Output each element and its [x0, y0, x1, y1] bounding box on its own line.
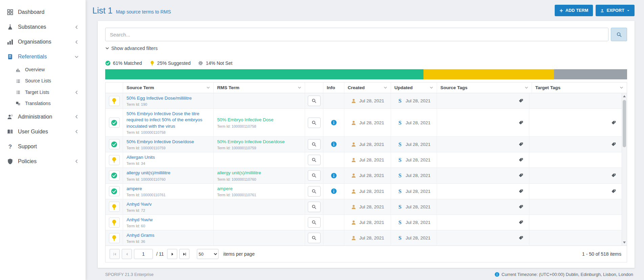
- rms-term-id: Term Id: 100000110759: [217, 146, 301, 150]
- source-term-link[interactable]: ampere: [127, 186, 210, 192]
- legend-matched: 61% Matched: [105, 60, 142, 66]
- page-size-select[interactable]: 50: [197, 249, 218, 259]
- source-term-link[interactable]: 50% Embryo Infective Dose/dose: [127, 139, 210, 145]
- status-button[interactable]: [109, 202, 120, 212]
- column-header-target-tags[interactable]: Target Tags: [532, 82, 627, 93]
- sidebar-item-substances[interactable]: Substances: [0, 20, 86, 34]
- source-tag-icon[interactable]: [519, 120, 524, 125]
- rms-term-link[interactable]: ampere: [217, 186, 301, 192]
- column-header-created[interactable]: Created: [344, 82, 391, 93]
- target-tag-icon[interactable]: [611, 142, 616, 147]
- source-tag-icon[interactable]: [519, 235, 524, 240]
- user-avatar-icon: [351, 120, 356, 126]
- sidebar-item-overview[interactable]: Overview: [0, 64, 86, 75]
- target-tag-icon[interactable]: [611, 120, 616, 125]
- page-number-input[interactable]: [134, 249, 153, 259]
- column-header-source-term[interactable]: Source Term: [123, 82, 214, 93]
- scroll-down-icon[interactable]: [622, 240, 627, 245]
- scrollbar-thumb[interactable]: [623, 100, 626, 147]
- prev-page-button[interactable]: [122, 249, 132, 259]
- row-search-button[interactable]: [308, 155, 321, 165]
- source-tag-icon[interactable]: [519, 173, 524, 178]
- source-term-link[interactable]: Allergan Units: [127, 154, 210, 160]
- sidebar-item-translations[interactable]: Translations: [0, 98, 86, 109]
- sidebar-item-administration[interactable]: Administration: [0, 109, 86, 124]
- vertical-scrollbar[interactable]: [622, 93, 627, 246]
- info-icon[interactable]: [331, 173, 337, 179]
- sidebar-item-source-lists[interactable]: Source Lists: [0, 75, 86, 86]
- source-term-id: Term Id: 100000110761: [127, 193, 210, 197]
- search-input[interactable]: [105, 28, 608, 41]
- row-search-button[interactable]: [308, 186, 321, 197]
- source-term-link[interactable]: 50% Embryo Infective Dose the titre requ…: [127, 111, 210, 129]
- source-term-link[interactable]: 50% Egg Infective Dose/millilitre: [127, 95, 210, 101]
- status-button[interactable]: [109, 96, 120, 106]
- rms-term-link[interactable]: 50% Embryo Infective Dose/dose: [217, 139, 301, 145]
- source-tag-icon[interactable]: [519, 157, 524, 162]
- column-menu-icon[interactable]: [206, 86, 210, 90]
- status-button[interactable]: [109, 186, 120, 196]
- magnifier-icon: [616, 32, 622, 37]
- first-page-button[interactable]: [110, 249, 120, 259]
- column-menu-icon[interactable]: [620, 86, 623, 90]
- created-date: Jul 28, 2021: [359, 157, 384, 162]
- source-term-link[interactable]: Anhyd %w/v: [127, 201, 210, 207]
- timezone-info: Current Timezone: (UTC+00:00) Dublin, Ed…: [495, 272, 633, 277]
- row-search-button[interactable]: [308, 217, 321, 228]
- column-menu-icon[interactable]: [298, 86, 301, 90]
- rms-term-link[interactable]: 50% Embryo Infective Dose: [217, 117, 301, 123]
- column-header-updated[interactable]: Updated: [391, 82, 437, 93]
- status-button[interactable]: [109, 171, 120, 181]
- sidebar-item-policies[interactable]: Policies: [0, 154, 86, 169]
- add-term-button[interactable]: ADD TERM: [555, 5, 593, 16]
- status-button[interactable]: [109, 218, 120, 228]
- next-page-button[interactable]: [167, 249, 177, 259]
- info-icon[interactable]: [331, 188, 337, 194]
- created-date: Jul 28, 2021: [359, 204, 384, 209]
- status-button[interactable]: [109, 155, 120, 165]
- source-tag-icon[interactable]: [519, 189, 524, 194]
- target-tag-icon[interactable]: [611, 189, 616, 194]
- source-term-link[interactable]: Anhyd %w/w: [127, 217, 210, 223]
- row-search-button[interactable]: [308, 139, 321, 150]
- source-tag-icon[interactable]: [519, 204, 524, 209]
- export-button[interactable]: EXPORT: [596, 5, 635, 16]
- status-button[interactable]: [109, 233, 120, 243]
- row-search-button[interactable]: [308, 170, 321, 181]
- advanced-filters-toggle[interactable]: Show advanced filters: [105, 46, 158, 51]
- table-row: ampere Term Id: 100000110761 ampere Term…: [106, 184, 622, 199]
- chevron-down-icon: [105, 46, 109, 50]
- column-menu-icon[interactable]: [430, 86, 433, 90]
- row-search-button[interactable]: [308, 202, 321, 212]
- sidebar-item-user-guides[interactable]: User Guides: [0, 124, 86, 139]
- info-icon[interactable]: [331, 120, 337, 126]
- search-button[interactable]: [611, 28, 627, 41]
- first-page-icon: [113, 252, 117, 256]
- row-search-button[interactable]: [308, 96, 321, 106]
- source-tag-icon[interactable]: [519, 142, 524, 147]
- column-header-rms-term[interactable]: RMS Term: [214, 82, 305, 93]
- status-button[interactable]: [109, 118, 120, 128]
- sidebar-item-organisations[interactable]: Organisations: [0, 34, 86, 49]
- target-tag-icon[interactable]: [611, 173, 616, 178]
- column-menu-icon[interactable]: [384, 86, 387, 90]
- source-tag-icon[interactable]: [519, 98, 524, 103]
- last-page-button[interactable]: [179, 249, 189, 259]
- column-menu-icon[interactable]: [525, 86, 528, 90]
- source-term-link[interactable]: allergy unit(s)/millilitre: [127, 170, 210, 176]
- magnifier-icon: [312, 235, 317, 240]
- sidebar-item-target-lists[interactable]: Target Lists: [0, 87, 86, 98]
- row-search-button[interactable]: [308, 233, 321, 243]
- sidebar-item-dashboard[interactable]: Dashboard: [0, 5, 86, 20]
- rms-term-link[interactable]: allergy unit(s)/millilitre: [217, 170, 301, 176]
- source-term-link[interactable]: Anhyd Grams: [127, 232, 210, 238]
- target-lists-icon: [16, 90, 21, 95]
- column-header-source-tags[interactable]: Source Tags: [437, 82, 532, 93]
- sidebar-item-support[interactable]: ? Support: [0, 139, 86, 154]
- scroll-up-icon[interactable]: [622, 94, 627, 99]
- status-button[interactable]: [109, 139, 120, 149]
- sidebar-item-referentials[interactable]: Referentials: [0, 49, 86, 64]
- info-icon[interactable]: [331, 141, 337, 147]
- source-tag-icon[interactable]: [519, 220, 524, 225]
- row-search-button[interactable]: [308, 118, 321, 128]
